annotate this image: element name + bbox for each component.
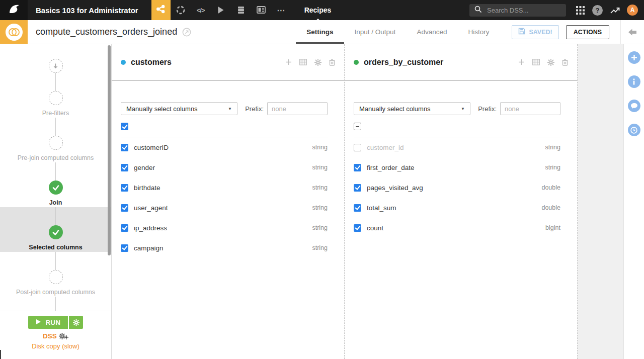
history-icon[interactable]: [628, 124, 640, 136]
trash-icon[interactable]: [329, 59, 335, 66]
info-icon[interactable]: [628, 75, 640, 88]
trash-icon[interactable]: [562, 59, 568, 66]
panel-header: orders_by_customer: [345, 44, 577, 81]
step-label: Selected columns: [29, 243, 82, 252]
gear-icon[interactable]: [547, 59, 554, 66]
column-checkbox[interactable]: [121, 204, 128, 212]
tab-input-output[interactable]: Input / Output: [344, 20, 407, 44]
user-avatar[interactable]: A: [627, 5, 638, 16]
dataset-dot: [354, 60, 359, 65]
tab-settings[interactable]: Settings: [296, 20, 344, 44]
dataset-title: customers: [131, 58, 172, 67]
column-name: customerID: [134, 144, 169, 151]
sidebar-scrollbar[interactable]: [108, 45, 111, 255]
step-pre-join-computed-columns[interactable]: Pre-join computed columns: [0, 118, 111, 162]
dataset-panel-customers: customersManually select columns▼Prefix:…: [112, 44, 345, 359]
join-recipe-icon: [0, 20, 28, 44]
column-checkbox[interactable]: [121, 224, 128, 232]
column-row: total_sumdouble: [354, 198, 560, 218]
apps-grid-icon[interactable]: [573, 0, 587, 20]
column-type: bigint: [545, 224, 560, 231]
search-icon: [474, 6, 482, 15]
flow-icon: [156, 4, 166, 16]
dashboards-icon[interactable]: [251, 0, 271, 20]
comments-icon[interactable]: [628, 100, 640, 112]
column-selection-mode-dropdown[interactable]: Manually select columns▼: [121, 102, 237, 115]
column-row: campaignstring: [121, 238, 328, 258]
column-row: pages_visited_avgdouble: [354, 177, 560, 198]
selected-columns-main: customersManually select columns▼Prefix:…: [112, 44, 644, 359]
steps-sidebar: Pre-filtersPre-join computed columnsJoin…: [0, 44, 112, 359]
project-name[interactable]: Basics 103 for Administrator: [28, 6, 151, 15]
prefix-label: Prefix:: [478, 105, 497, 113]
more-icon[interactable]: ⋯: [271, 0, 291, 20]
column-name: total_sum: [367, 204, 396, 212]
activity-icon[interactable]: [608, 0, 622, 20]
add-column-icon[interactable]: [518, 59, 525, 65]
navigate-flow-icon[interactable]: [182, 28, 191, 37]
help-icon[interactable]: ?: [592, 5, 603, 16]
column-checkbox[interactable]: [354, 224, 361, 232]
column-type: string: [312, 224, 328, 231]
step-selected-columns[interactable]: Selected columns: [0, 207, 111, 252]
column-row: user_agentstring: [121, 198, 328, 218]
table-icon[interactable]: [532, 59, 540, 65]
step-connector: [55, 162, 56, 181]
add-icon[interactable]: [628, 51, 640, 64]
collapse-panel-button[interactable]: [621, 28, 644, 36]
column-row: birthdatestring: [121, 177, 328, 198]
column-checkbox[interactable]: [354, 144, 361, 151]
step-join[interactable]: Join: [0, 162, 111, 207]
column-checkbox[interactable]: [354, 204, 361, 212]
column-row: first_order_datestring: [354, 157, 560, 177]
jobs-icon[interactable]: [231, 0, 251, 20]
prefix-input[interactable]: [267, 102, 328, 115]
column-selection-mode-dropdown[interactable]: Manually select columns▼: [354, 102, 470, 115]
column-checkbox[interactable]: [121, 184, 128, 192]
column-checkbox[interactable]: [121, 164, 128, 171]
search-input[interactable]: [486, 6, 556, 15]
content-gutter: [578, 44, 624, 359]
dataiku-logo[interactable]: [0, 0, 28, 20]
chevron-down-icon: ▼: [461, 107, 465, 111]
column-type: string: [312, 244, 328, 251]
tab-advanced[interactable]: Advanced: [406, 20, 457, 44]
table-icon[interactable]: [299, 59, 307, 65]
engine-mode-link[interactable]: Disk copy (slow): [32, 342, 79, 350]
gear-icon: [73, 319, 79, 326]
step-label: Join: [49, 199, 62, 207]
step-circle-done: [49, 181, 63, 195]
step-input[interactable]: [0, 59, 111, 73]
step-circle-done: [49, 225, 63, 239]
select-all-checkbox[interactable]: [354, 123, 361, 130]
prefix-label: Prefix:: [245, 105, 264, 113]
step-label: Pre-join computed columns: [18, 154, 94, 162]
play-icon[interactable]: [211, 0, 231, 20]
column-checkbox[interactable]: [121, 244, 128, 252]
step-pre-filters[interactable]: Pre-filters: [0, 73, 111, 118]
column-checkbox[interactable]: [354, 164, 361, 171]
column-row: customer_idstring: [354, 137, 560, 157]
nav-flow-active[interactable]: [151, 0, 171, 20]
column-name: campaign: [134, 244, 164, 252]
step-circle-input: [49, 59, 63, 73]
run-settings-button[interactable]: [69, 316, 83, 329]
code-icon[interactable]: </>: [191, 0, 211, 20]
engine-selector[interactable]: DSS: [43, 332, 68, 340]
engine-gears-icon: [59, 333, 68, 339]
gear-icon[interactable]: [314, 59, 321, 66]
column-checkbox[interactable]: [354, 184, 361, 192]
prefix-input[interactable]: [500, 102, 560, 115]
step-post-join-computed-columns[interactable]: Post-join computed columns: [0, 252, 111, 297]
tab-history[interactable]: History: [457, 20, 500, 44]
lab-icon[interactable]: [171, 0, 191, 20]
run-button[interactable]: RUN: [28, 316, 84, 329]
column-checkbox[interactable]: [121, 144, 128, 151]
column-name: user_agent: [134, 204, 168, 212]
global-search[interactable]: [469, 4, 566, 17]
actions-button[interactable]: ACTIONS: [566, 25, 609, 39]
select-all-checkbox[interactable]: [121, 123, 128, 130]
step-label: Post-join computed columns: [16, 288, 95, 297]
save-button[interactable]: SAVED!: [512, 25, 558, 39]
add-column-icon[interactable]: [285, 59, 292, 65]
